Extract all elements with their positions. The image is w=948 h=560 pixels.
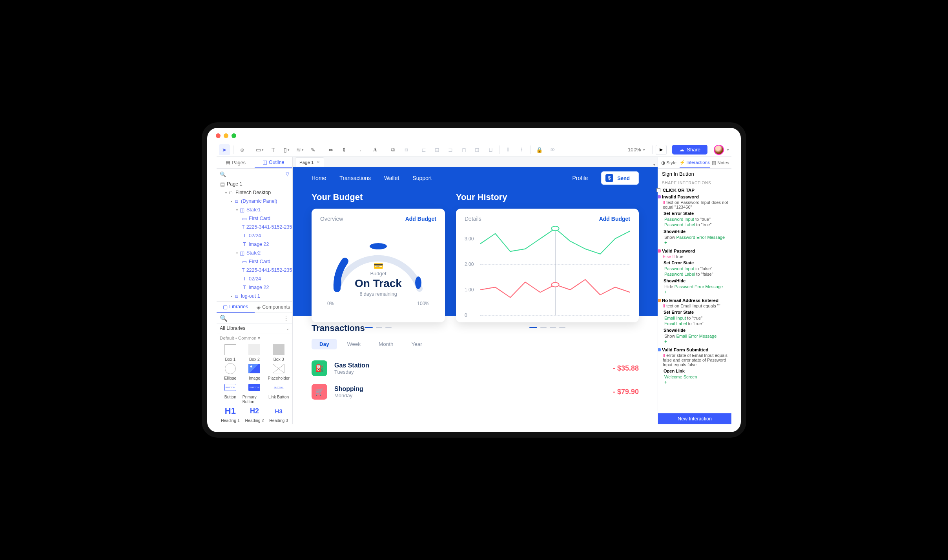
ix-action-head[interactable]: Show/Hide <box>662 277 729 284</box>
distribute-v-icon[interactable]: ⇕ <box>339 144 350 155</box>
ix-case-title[interactable]: Invalid Password <box>662 194 729 200</box>
group-icon[interactable]: ⧉ <box>387 144 398 155</box>
preview-button[interactable]: ▶ <box>656 145 667 155</box>
library-subheader[interactable]: Default • Common ▾ <box>217 333 292 343</box>
close-window-icon[interactable] <box>216 133 221 138</box>
nav-wallet[interactable]: Wallet <box>384 175 399 181</box>
nav-home[interactable]: Home <box>312 175 326 181</box>
connector-tool-icon[interactable]: ⎋ <box>237 144 248 155</box>
library-selector[interactable]: All Libraries⌄ <box>217 323 292 333</box>
ix-case-title[interactable]: Valid Password <box>662 248 729 254</box>
tab-style[interactable]: ◑ Style <box>658 157 680 168</box>
lib-ellipse[interactable]: Ellipse <box>218 363 242 380</box>
canvas[interactable]: Home Transactions Wallet Support Profile… <box>293 167 658 424</box>
outline-first-card-2[interactable]: ▭First Card <box>217 257 292 266</box>
ix-action-line[interactable]: Password Label to "true" <box>662 222 729 227</box>
outline-state1[interactable]: ▾◫State1 <box>217 205 292 214</box>
outline-image-1[interactable]: Timage 22 <box>217 240 292 249</box>
ix-action-head[interactable]: Set Error State <box>662 308 729 315</box>
close-tab-icon[interactable]: ✕ <box>317 160 320 164</box>
lib-box1[interactable]: Box 1 <box>218 344 242 362</box>
maximize-window-icon[interactable] <box>232 133 236 138</box>
ix-action-head[interactable]: Open Link <box>662 367 729 374</box>
tab-libraries[interactable]: ▢ Libraries <box>217 302 255 313</box>
nav-support[interactable]: Support <box>412 175 432 181</box>
tab-components[interactable]: ◈ Components <box>255 302 293 313</box>
ix-action-line[interactable]: Show Password Error Message <box>662 235 729 240</box>
ix-add-action[interactable]: + <box>662 380 729 385</box>
user-menu-chevron-icon[interactable]: ▾ <box>727 148 729 152</box>
align-top-icon[interactable]: ⌐ <box>356 144 367 155</box>
outline-state2[interactable]: ▾◫State2 <box>217 249 292 257</box>
outline-cardnum-1[interactable]: T2225-3441-5152-2351 <box>217 223 292 231</box>
minimize-window-icon[interactable] <box>224 133 228 138</box>
select-tool-icon[interactable]: ➤ <box>219 144 230 155</box>
lib-h3[interactable]: H3Heading 3 <box>266 405 291 423</box>
lib-image[interactable]: Image <box>242 363 267 380</box>
user-avatar[interactable] <box>714 145 724 155</box>
ix-condition[interactable]: If error state of Email Input equals fal… <box>662 353 729 367</box>
ix-action-head[interactable]: Set Error State <box>662 259 729 266</box>
outline-page[interactable]: ▤Page 1 <box>217 180 292 188</box>
collapse-canvas-icon[interactable]: ▾ <box>653 163 655 167</box>
ix-add-action[interactable]: + <box>662 339 729 344</box>
event-click-or-tap[interactable]: Click or Tap <box>658 187 731 194</box>
tab-pages[interactable]: ▤ Pages <box>217 157 255 168</box>
doc-tab-page1[interactable]: Page 1✕ <box>295 157 324 167</box>
ix-condition[interactable]: Else If true <box>662 254 729 259</box>
outline-folder-fintech[interactable]: ▾🗀Fintech Desktop <box>217 188 292 197</box>
ix-action-line[interactable]: Hide Password Error Message <box>662 284 729 289</box>
ix-action-line[interactable]: Welcome Screen <box>662 374 729 380</box>
share-button[interactable]: ☁ Share <box>672 145 707 155</box>
lib-primary-button[interactable]: BUTTONPrimary Button <box>242 382 267 404</box>
outline-first-card-1[interactable]: ▭First Card <box>217 214 292 223</box>
filter-icon[interactable]: ▽ <box>286 171 289 177</box>
outline-date-2[interactable]: T02/24 <box>217 275 292 283</box>
rectangle-tool-icon[interactable]: ▭▾ <box>254 144 265 155</box>
more-icon[interactable]: ⋮ <box>283 315 289 322</box>
add-budget-link[interactable]: Add Budget <box>405 216 436 222</box>
lib-button[interactable]: BUTTONButton <box>218 382 242 404</box>
outline-date-1[interactable]: T02/24 <box>217 231 292 240</box>
tx-row-shopping[interactable]: 🛒 Shopping Monday - $79.90 <box>312 380 639 404</box>
nav-transactions[interactable]: Transactions <box>339 175 371 181</box>
send-button[interactable]: $ Send <box>601 171 639 185</box>
outline-logout[interactable]: ▸⧈log-out 1 <box>217 292 292 300</box>
history-dots[interactable] <box>456 327 639 328</box>
stack-tool-icon[interactable]: ≋▾ <box>294 144 305 155</box>
outline-cardnum-2[interactable]: T2225-3441-5152-2351 <box>217 266 292 275</box>
ix-action-line[interactable]: Password Input to "false" <box>662 266 729 271</box>
new-interaction-button[interactable]: New Interaction <box>658 413 731 424</box>
seg-year[interactable]: Year <box>404 339 430 349</box>
tab-interactions[interactable]: ⚡ Interactions <box>680 157 709 168</box>
lib-h2[interactable]: H2Heading 2 <box>242 405 267 423</box>
ix-case-title[interactable]: No Email Address Entered <box>662 297 729 304</box>
outline-image-2[interactable]: Timage 22 <box>217 283 292 292</box>
lib-box2[interactable]: Box 2 <box>242 344 267 362</box>
ix-condition[interactable]: If text on Email Input equals "" <box>662 304 729 308</box>
history-add-link[interactable]: Add Budget <box>599 216 630 222</box>
ix-condition[interactable]: If text on Password Input does not equal… <box>662 200 729 209</box>
libraries-search[interactable]: 🔍⋮ <box>217 313 292 323</box>
seg-day[interactable]: Day <box>312 339 337 349</box>
ix-case-title[interactable]: Valid Form Submitted <box>662 347 729 353</box>
lib-placeholder[interactable]: Placeholder <box>266 363 291 380</box>
nav-profile[interactable]: Profile <box>572 175 588 181</box>
ix-action-line[interactable]: Email Input to "true" <box>662 315 729 321</box>
outline-search[interactable]: 🔍 ▽ <box>217 169 292 180</box>
tab-outline[interactable]: ◫ Outline <box>255 157 293 168</box>
lib-box3[interactable]: Box 3 <box>266 344 291 362</box>
outline-dynamic-panel[interactable]: ▾⧈(Dynamic Panel) <box>217 197 292 205</box>
pen-tool-icon[interactable]: ✎ <box>308 144 319 155</box>
lib-h1[interactable]: H1Heading 1 <box>218 405 242 423</box>
text-tool-icon[interactable]: T <box>268 144 279 155</box>
seg-week[interactable]: Week <box>339 339 368 349</box>
ix-add-action[interactable]: + <box>662 240 729 245</box>
lib-link-button[interactable]: BUTTONLink Button <box>266 382 291 404</box>
tab-notes[interactable]: ▤ Notes <box>710 157 731 168</box>
ix-action-line[interactable]: Password Label to "false" <box>662 271 729 277</box>
ix-action-head[interactable]: Show/Hide <box>662 227 729 235</box>
tx-row-gas[interactable]: ⛽ Gas Station Tuesday - $35.88 <box>312 356 639 380</box>
ix-action-head[interactable]: Set Error State <box>662 209 729 216</box>
text-style-icon[interactable]: 𝐀 <box>370 144 381 155</box>
